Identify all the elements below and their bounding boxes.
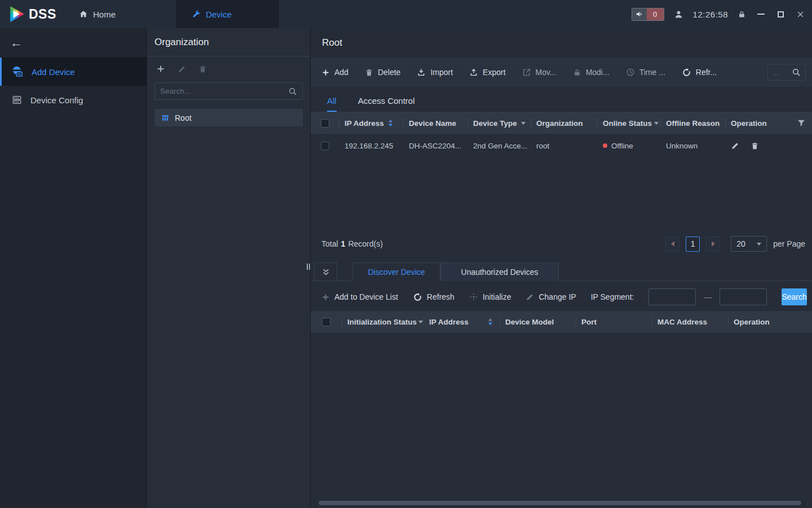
modify-password-button[interactable]: Modi... — [573, 68, 610, 77]
clock-display: 12:26:58 — [693, 10, 728, 19]
change-ip-button[interactable]: Change IP — [526, 292, 576, 301]
double-chevron-down-icon — [322, 268, 330, 276]
prev-arrow-icon — [671, 241, 674, 247]
import-button[interactable]: Import — [417, 68, 453, 77]
col-organization: Organization — [531, 112, 597, 134]
device-search-input[interactable] — [773, 68, 789, 77]
col-online-status[interactable]: Online Status — [597, 112, 660, 134]
lock-icon[interactable] — [738, 10, 746, 19]
dss-logo-icon — [9, 6, 25, 22]
add-device-button[interactable]: Add — [321, 68, 348, 77]
range-dash: — — [704, 292, 712, 301]
delete-button[interactable]: Delete — [365, 68, 400, 77]
col-port: Port — [576, 311, 652, 332]
select-all-checkbox[interactable] — [311, 112, 339, 134]
horizontal-scrollbar-thumb[interactable] — [319, 501, 801, 505]
plus-icon — [321, 293, 330, 301]
sort-icon[interactable] — [388, 119, 393, 127]
refresh-discover-button[interactable]: Refresh — [413, 292, 454, 302]
edit-icon[interactable] — [731, 142, 739, 150]
tab-unauthorized-devices[interactable]: Unauthorized Devices — [440, 262, 559, 281]
collapse-panel-button[interactable] — [314, 262, 337, 281]
search-icon[interactable] — [288, 87, 297, 96]
next-page-button[interactable] — [706, 237, 720, 252]
sidebar-item-label: Add Device — [32, 67, 75, 77]
minimize-button[interactable] — [756, 9, 766, 19]
refresh-icon — [413, 292, 422, 302]
ip-segment-end-input[interactable] — [720, 288, 767, 305]
time-zone-button[interactable]: Time ... — [626, 68, 665, 77]
topbar-right-controls: 0 12:26:58 — [632, 0, 805, 28]
table-row[interactable]: 192.168.2.245 DH-ASC2204... 2nd Gen Acce… — [311, 134, 812, 157]
speaker-icon — [632, 8, 647, 20]
col-device-name: Device Name — [403, 112, 467, 134]
alarm-count-badge: 0 — [647, 8, 664, 20]
cell-offline-reason: Unknown — [660, 134, 725, 157]
page-number-button[interactable]: 1 — [686, 237, 700, 252]
back-arrow-icon[interactable]: ← — [10, 36, 23, 50]
alarm-sound-control[interactable]: 0 — [632, 8, 664, 21]
initialize-button[interactable]: Initialize — [469, 292, 511, 301]
add-to-device-list-button[interactable]: Add to Device List — [321, 292, 398, 301]
search-button[interactable]: Search — [782, 288, 806, 305]
select-all-checkbox[interactable] — [311, 311, 342, 332]
refresh-button[interactable]: Refr... — [682, 68, 717, 77]
trash-icon — [365, 68, 373, 77]
move-icon — [522, 68, 531, 77]
cell-operation — [725, 134, 790, 157]
col-device-type[interactable]: Device Type — [467, 112, 531, 134]
dss-logo: DSS — [9, 0, 56, 28]
tab-home[interactable]: Home — [76, 0, 149, 28]
organization-search-input[interactable] — [160, 87, 285, 95]
discover-toolbar: Add to Device List Refresh Initialize Ch… — [311, 285, 812, 309]
col-initialization-status[interactable]: Initialization Status — [342, 311, 423, 332]
organization-toolbar — [147, 56, 310, 81]
sidebar-item-device-config[interactable]: Device Config — [0, 86, 147, 114]
delete-org-button[interactable] — [198, 65, 207, 73]
col-operation: Operation — [728, 311, 812, 332]
page-title: Root — [311, 28, 812, 58]
tree-node-root[interactable]: Root — [155, 109, 303, 126]
dss-logo-text: DSS — [29, 7, 56, 22]
cell-organization: root — [531, 134, 597, 157]
per-page-label: per Page — [773, 239, 805, 248]
cell-ip-address: 192.168.2.245 — [339, 134, 403, 157]
col-ip-address[interactable]: IP Address — [339, 112, 403, 134]
ip-segment-start-input[interactable] — [648, 288, 696, 305]
device-search-box — [767, 64, 806, 81]
cell-device-type: 2nd Gen Acce... — [467, 134, 531, 157]
tab-all[interactable]: All — [327, 96, 337, 112]
prev-page-button[interactable] — [665, 237, 679, 252]
col-ip-address[interactable]: IP Address — [423, 311, 500, 332]
cell-online-status: Offline — [597, 134, 660, 157]
tab-home-label: Home — [93, 10, 116, 19]
close-icon[interactable] — [795, 9, 805, 19]
page-size-select[interactable]: 20 — [731, 236, 767, 252]
chevron-down-icon — [654, 122, 659, 125]
tab-access-control[interactable]: Access Control — [358, 96, 415, 112]
move-to-button[interactable]: Mov... — [522, 68, 557, 77]
add-org-button[interactable] — [156, 64, 165, 73]
padlock-icon — [573, 68, 581, 77]
row-checkbox[interactable] — [311, 134, 339, 157]
export-button[interactable]: Export — [469, 68, 505, 77]
device-table-header: IP Address Device Name Device Type Organ… — [311, 112, 812, 134]
device-toolbar: Add Delete Import Export Mov... Modi... … — [311, 58, 812, 87]
chevron-down-icon — [757, 243, 761, 246]
clock-icon — [626, 68, 635, 77]
trash-icon[interactable] — [751, 142, 759, 150]
filter-icon[interactable] — [790, 112, 812, 134]
sort-icon[interactable] — [488, 318, 493, 326]
col-device-model: Device Model — [500, 311, 576, 332]
sidebar-item-add-device[interactable]: Add Device — [0, 58, 147, 86]
tab-device[interactable]: Device — [176, 0, 279, 28]
chevron-down-icon — [418, 321, 423, 323]
home-icon — [79, 10, 88, 19]
organization-search-box — [155, 82, 303, 100]
panel-resize-grip[interactable] — [307, 264, 311, 270]
user-icon[interactable] — [674, 10, 683, 19]
search-icon[interactable] — [792, 68, 801, 77]
edit-org-button[interactable] — [178, 65, 186, 73]
maximize-button[interactable] — [775, 9, 785, 19]
tab-discover-device[interactable]: Discover Device — [352, 262, 440, 281]
